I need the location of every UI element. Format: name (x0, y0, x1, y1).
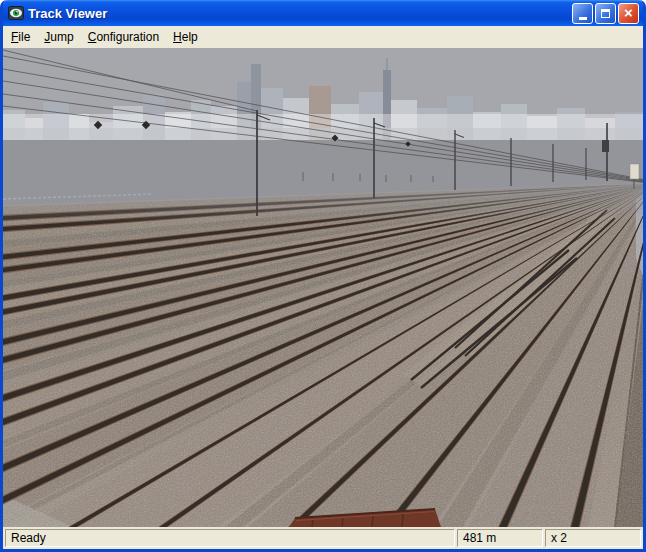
maximize-button[interactable] (595, 3, 616, 24)
menu-item-help[interactable]: Help (166, 28, 205, 46)
track-fan (3, 176, 643, 527)
menubar: File Jump Configuration Help (3, 26, 643, 48)
status-distance: 481 m (463, 531, 496, 545)
distance-haze (3, 181, 643, 223)
menu-item-jump[interactable]: Jump (37, 28, 80, 46)
minimize-icon (579, 17, 587, 20)
viewport-3d[interactable] (3, 48, 643, 527)
statusbar: Ready 481 m x 2 (3, 527, 643, 549)
status-zoom: x 2 (551, 531, 567, 545)
app-window: Track Viewer × File Jump Configuration H… (0, 0, 646, 552)
status-distance-panel: 481 m (457, 529, 543, 547)
titlebar-buttons: × (572, 3, 639, 24)
titlebar[interactable]: Track Viewer × (3, 0, 643, 26)
close-icon: × (624, 5, 633, 20)
status-message: Ready (11, 531, 46, 545)
menu-item-configuration[interactable]: Configuration (81, 28, 166, 46)
app-icon (8, 5, 24, 21)
menu-item-file[interactable]: File (4, 28, 37, 46)
maximize-icon (601, 9, 610, 18)
close-button[interactable]: × (618, 3, 639, 24)
minimize-button[interactable] (572, 3, 593, 24)
window-title: Track Viewer (28, 6, 572, 21)
status-message-panel: Ready (5, 529, 455, 547)
status-zoom-panel: x 2 (545, 529, 641, 547)
